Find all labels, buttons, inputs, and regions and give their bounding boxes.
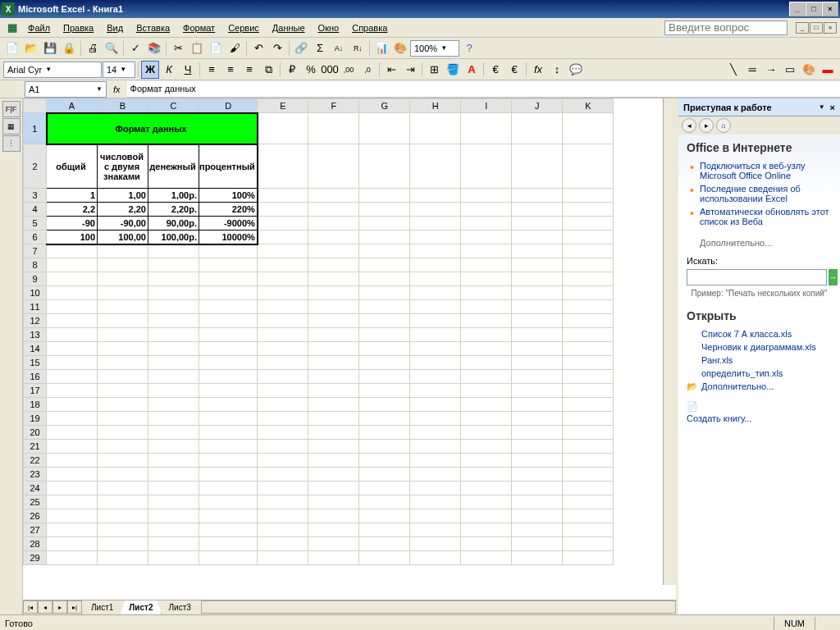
menu-edit[interactable]: Правка — [57, 21, 100, 34]
cell-A24[interactable] — [47, 482, 98, 495]
cell-K24[interactable] — [563, 482, 614, 495]
fx-icon[interactable]: fx — [529, 61, 547, 79]
cell-H25[interactable] — [410, 495, 461, 509]
menu-tools[interactable]: Сервис — [221, 21, 266, 34]
cell-F17[interactable] — [308, 384, 359, 398]
cell-F14[interactable] — [308, 342, 359, 356]
cell-G22[interactable] — [359, 454, 410, 468]
cell-A5[interactable]: -90 — [47, 217, 98, 231]
minimize-button[interactable]: _ — [789, 2, 806, 16]
cell-H1[interactable] — [410, 113, 461, 144]
cell-F5[interactable] — [308, 217, 359, 231]
cell-I25[interactable] — [461, 495, 512, 509]
cell-C3[interactable]: 1,00р. — [148, 189, 199, 203]
cell-I26[interactable] — [461, 509, 512, 523]
cell-F15[interactable] — [308, 356, 359, 370]
cell-E17[interactable] — [258, 384, 308, 398]
cell-J12[interactable] — [512, 314, 563, 328]
tab-prev-button[interactable]: ◂ — [38, 600, 52, 614]
drawing-icon[interactable]: 🎨 — [391, 39, 409, 57]
cell-I4[interactable] — [461, 203, 512, 217]
cell-I20[interactable] — [461, 426, 512, 440]
cell-E12[interactable] — [258, 314, 308, 328]
cell-B16[interactable] — [98, 370, 148, 384]
autosum-icon[interactable]: Σ — [311, 39, 329, 57]
cell-C4[interactable]: 2,20р. — [148, 203, 199, 217]
cell-D26[interactable] — [199, 509, 258, 523]
cell-J3[interactable] — [512, 189, 563, 203]
cell-B20[interactable] — [98, 426, 148, 440]
font-combo[interactable]: Arial Cyr▼ — [3, 62, 102, 78]
cell-B11[interactable] — [98, 300, 148, 314]
cell-K9[interactable] — [563, 272, 614, 286]
cell-E4[interactable] — [258, 203, 308, 217]
cell-K28[interactable] — [563, 537, 614, 551]
row-header-22[interactable]: 22 — [24, 454, 47, 468]
cell-E7[interactable] — [258, 244, 308, 258]
cell-G24[interactable] — [359, 482, 410, 495]
close-button[interactable]: × — [822, 2, 838, 16]
col-header-K[interactable]: K — [563, 99, 614, 113]
cell-E22[interactable] — [258, 454, 308, 468]
maximize-button[interactable]: □ — [806, 2, 822, 16]
cell-A4[interactable]: 2,2 — [47, 203, 98, 217]
cell-J1[interactable] — [512, 113, 563, 144]
cell-C20[interactable] — [148, 426, 199, 440]
ask-question-input[interactable] — [664, 21, 788, 35]
tp-back-icon[interactable]: ◂ — [682, 118, 696, 133]
cell-K29[interactable] — [563, 551, 614, 565]
cell-J7[interactable] — [512, 244, 563, 258]
help-icon[interactable]: ? — [460, 39, 478, 57]
cell-B14[interactable] — [98, 342, 148, 356]
cell-A7[interactable] — [47, 244, 98, 258]
cell-H12[interactable] — [410, 314, 461, 328]
cell-H26[interactable] — [410, 509, 461, 523]
vertical-scrollbar[interactable] — [663, 98, 676, 585]
cell-C8[interactable] — [148, 258, 199, 272]
cell-D21[interactable] — [199, 440, 258, 454]
cell-A13[interactable] — [47, 328, 98, 342]
cell-B24[interactable] — [98, 482, 148, 495]
cell-D29[interactable] — [199, 551, 258, 565]
cell-K2[interactable] — [563, 144, 614, 189]
row-header-16[interactable]: 16 — [24, 370, 47, 384]
cell-A18[interactable] — [47, 398, 98, 412]
cell-B4[interactable]: 2,20 — [98, 203, 148, 217]
cell-C2[interactable]: денежный — [148, 144, 199, 189]
cell-I8[interactable] — [461, 258, 512, 272]
sheet-tab-1[interactable]: Лист1 — [82, 600, 122, 615]
cell-G15[interactable] — [359, 356, 410, 370]
cell-B27[interactable] — [98, 523, 148, 537]
zoom-combo[interactable]: 100%▼ — [410, 40, 459, 57]
research-icon[interactable]: 📚 — [145, 39, 163, 57]
col-header-C[interactable]: C — [148, 99, 199, 113]
cell-D15[interactable] — [199, 356, 258, 370]
row-header-14[interactable]: 14 — [24, 342, 47, 356]
increase-decimal-icon[interactable]: ,00 — [340, 61, 358, 79]
cell-D16[interactable] — [199, 370, 258, 384]
cell-F8[interactable] — [308, 258, 359, 272]
cell-D4[interactable]: 220% — [199, 203, 258, 217]
cell-F24[interactable] — [308, 482, 359, 495]
cell-G23[interactable] — [359, 468, 410, 482]
cell-H23[interactable] — [410, 468, 461, 482]
cell-A29[interactable] — [47, 551, 98, 565]
cell-A8[interactable] — [47, 258, 98, 272]
sort-icon[interactable]: ↕ — [548, 61, 566, 79]
cell-B7[interactable] — [98, 244, 148, 258]
cell-H4[interactable] — [410, 203, 461, 217]
side-icon-3[interactable]: ⋮ — [2, 135, 21, 152]
cell-H9[interactable] — [410, 272, 461, 286]
cell-K21[interactable] — [563, 440, 614, 454]
cell-A10[interactable] — [47, 286, 98, 300]
tp-file-1[interactable]: Список 7 А класса.xls — [687, 327, 832, 340]
cell-F1[interactable] — [308, 113, 359, 144]
cell-I1[interactable] — [461, 113, 512, 144]
cell-J9[interactable] — [512, 272, 563, 286]
font-color-icon[interactable]: A — [463, 61, 481, 79]
cell-I16[interactable] — [461, 370, 512, 384]
cell-F13[interactable] — [308, 328, 359, 342]
row-header-17[interactable]: 17 — [24, 384, 47, 398]
col-header-B[interactable]: B — [98, 99, 148, 113]
cell-J2[interactable] — [512, 144, 563, 189]
